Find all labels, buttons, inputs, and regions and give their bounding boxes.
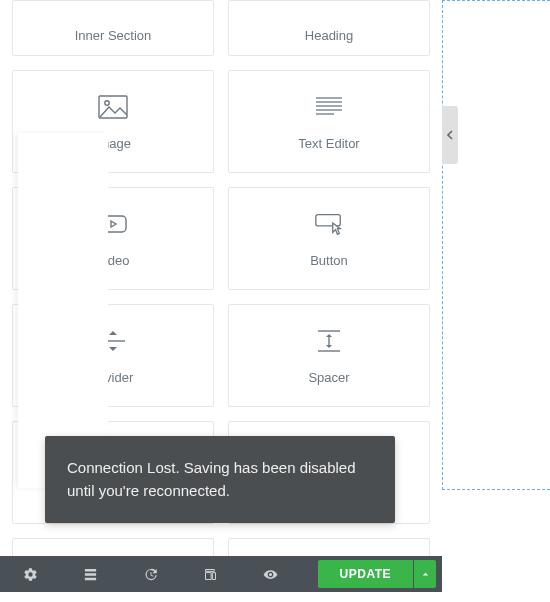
widget-label: Heading xyxy=(305,28,353,43)
preview-button[interactable] xyxy=(240,556,300,592)
widget-partial[interactable] xyxy=(12,538,214,556)
widget-label: Spacer xyxy=(308,370,349,385)
spacer-icon xyxy=(314,326,344,356)
svg-rect-8 xyxy=(316,215,340,226)
canvas-section[interactable] xyxy=(18,133,108,488)
toast-message: Connection Lost. Saving has been disable… xyxy=(67,459,356,499)
widget-inner-section[interactable]: Inner Section xyxy=(12,0,214,56)
widget-heading[interactable]: Heading xyxy=(228,0,430,56)
footer-toolbar: UPDATE xyxy=(0,556,442,592)
connection-lost-toast: Connection Lost. Saving has been disable… xyxy=(45,436,395,523)
panel-collapse-handle[interactable] xyxy=(442,106,458,164)
widget-text-editor[interactable]: Text Editor xyxy=(228,70,430,173)
svg-rect-0 xyxy=(99,96,127,118)
update-button-label: UPDATE xyxy=(340,567,391,581)
text-editor-icon xyxy=(314,92,344,122)
image-icon xyxy=(98,92,128,122)
widget-partial[interactable] xyxy=(228,538,430,556)
svg-point-1 xyxy=(105,101,109,105)
settings-button[interactable] xyxy=(0,556,60,592)
widget-label: Text Editor xyxy=(298,136,359,151)
widget-label: Button xyxy=(310,253,348,268)
update-options-button[interactable] xyxy=(414,560,436,588)
button-icon xyxy=(314,209,344,239)
navigator-button[interactable] xyxy=(60,556,120,592)
widget-button[interactable]: Button xyxy=(228,187,430,290)
widget-label: Inner Section xyxy=(75,28,152,43)
widget-spacer[interactable]: Spacer xyxy=(228,304,430,407)
history-button[interactable] xyxy=(120,556,180,592)
canvas-drop-zone[interactable] xyxy=(442,0,550,490)
responsive-button[interactable] xyxy=(180,556,240,592)
update-button[interactable]: UPDATE xyxy=(318,560,413,588)
